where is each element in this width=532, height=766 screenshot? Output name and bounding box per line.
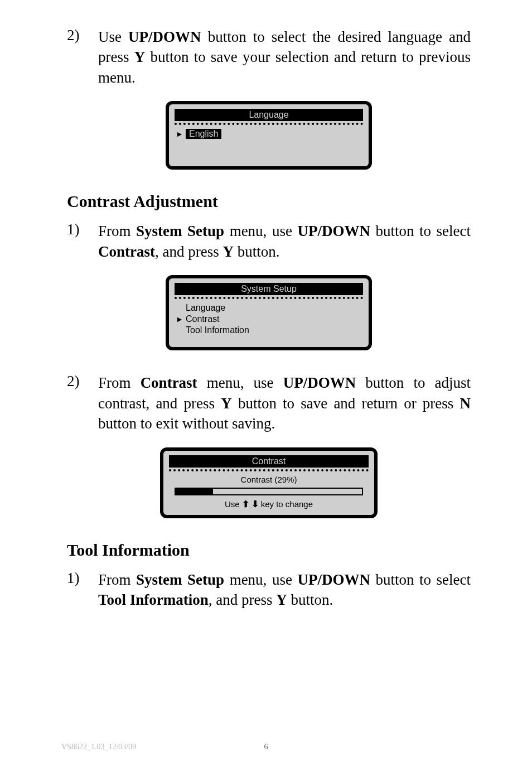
text: From: [98, 374, 141, 391]
contrast-hint: Use ⬆ ⬇ key to change: [169, 499, 369, 509]
list-number: 2): [67, 373, 98, 433]
text: button to select: [370, 571, 471, 588]
text: Use: [225, 499, 240, 509]
bold-text: System Setup: [136, 223, 224, 239]
screen-title: System Setup: [175, 283, 363, 295]
lcd-screen: System Setup Language ► Contrast Tool In…: [166, 275, 372, 350]
text: From: [98, 571, 136, 588]
item-label: Tool Information: [186, 325, 249, 335]
text: button to save and return or press: [232, 395, 460, 412]
item-label: Contrast: [186, 314, 219, 324]
pointer-icon: ►: [176, 129, 186, 138]
contrast-bar: [175, 488, 363, 495]
text: From: [98, 223, 136, 239]
list-body: From System Setup menu, use UP/DOWN butt…: [98, 570, 471, 610]
page-footer: VS8622_1.03_12/03/09 6: [61, 743, 471, 751]
pointer-icon: ►: [176, 315, 186, 324]
text: ): [294, 475, 297, 484]
list-item-4: 1) From System Setup menu, use UP/DOWN b…: [67, 570, 471, 610]
divider: [169, 469, 369, 471]
contrast-percent: 29%: [277, 475, 294, 484]
list-number: 1): [67, 570, 98, 610]
heading-tool-information: Tool Information: [67, 541, 471, 560]
list-item-3: 2) From Contrast menu, use UP/DOWN butto…: [67, 373, 471, 433]
selected-item: English: [186, 129, 221, 139]
bold-text: Y: [221, 395, 232, 412]
text: Contrast (: [241, 475, 278, 484]
item-label: Language: [186, 303, 225, 313]
bold-text: UP/DOWN: [128, 28, 201, 45]
divider: [175, 297, 363, 299]
screen-contrast: Contrast Contrast (29%) Use ⬆ ⬇ key to c…: [67, 447, 471, 518]
text: Use: [98, 28, 128, 45]
screen-language: Language ► English: [67, 101, 471, 170]
footer-version: VS8622_1.03_12/03/09: [61, 743, 136, 751]
bold-text: Y: [223, 243, 234, 260]
list-number: 1): [67, 221, 98, 262]
list-item-2: 1) From System Setup menu, use UP/DOWN b…: [67, 221, 471, 262]
screen-row-selected: ► Contrast: [175, 314, 363, 325]
list-item-1: 2) Use UP/DOWN button to select the desi…: [67, 27, 471, 88]
screen-row: [175, 139, 363, 151]
contrast-value-label: Contrast (29%): [169, 475, 369, 484]
bold-text: Contrast: [141, 374, 197, 391]
screen-title: Language: [175, 109, 363, 121]
arrow-up-icon: ⬆: [242, 499, 249, 509]
arrow-down-icon: ⬇: [252, 499, 259, 509]
text: menu, use: [224, 223, 297, 239]
bold-text: UP/DOWN: [283, 374, 356, 391]
screen-row-selected: ► English: [175, 128, 363, 139]
progress-track: [175, 488, 363, 495]
text: button to exit without saving.: [98, 415, 275, 432]
text: menu, use: [197, 374, 283, 391]
list-body: From Contrast menu, use UP/DOWN button t…: [98, 373, 471, 433]
text: menu, use: [224, 571, 297, 588]
bold-text: Tool Information: [98, 591, 209, 608]
list-body: From System Setup menu, use UP/DOWN butt…: [98, 221, 471, 262]
bold-text: UP/DOWN: [297, 571, 370, 588]
spacer: [175, 336, 363, 341]
text: button.: [234, 243, 280, 260]
page-number: 6: [264, 743, 268, 751]
bold-text: System Setup: [136, 571, 224, 588]
text: , and press: [209, 591, 276, 608]
bold-text: N: [460, 395, 471, 412]
screen-row: Tool Information: [175, 325, 363, 336]
screen-title: Contrast: [169, 455, 369, 468]
screen-row: Language: [175, 302, 363, 314]
text: button to select: [370, 223, 471, 239]
bold-text: Y: [134, 49, 146, 65]
lcd-screen: Contrast Contrast (29%) Use ⬆ ⬇ key to c…: [160, 447, 378, 518]
screen-system-setup: System Setup Language ► Contrast Tool In…: [67, 275, 471, 350]
progress-fill: [176, 489, 213, 494]
bold-text: Contrast: [98, 243, 155, 260]
text: key to change: [261, 499, 313, 509]
text: button.: [287, 591, 333, 608]
list-number: 2): [67, 27, 98, 88]
lcd-screen: Language ► English: [166, 101, 372, 170]
bold-text: Y: [276, 591, 287, 608]
list-body: Use UP/DOWN button to select the desired…: [98, 27, 471, 88]
heading-contrast-adjustment: Contrast Adjustment: [67, 192, 471, 211]
text: , and press: [155, 243, 223, 260]
spacer: [175, 151, 363, 161]
text: button to save your selection and return…: [98, 49, 471, 85]
bold-text: UP/DOWN: [297, 223, 370, 239]
divider: [175, 123, 363, 125]
